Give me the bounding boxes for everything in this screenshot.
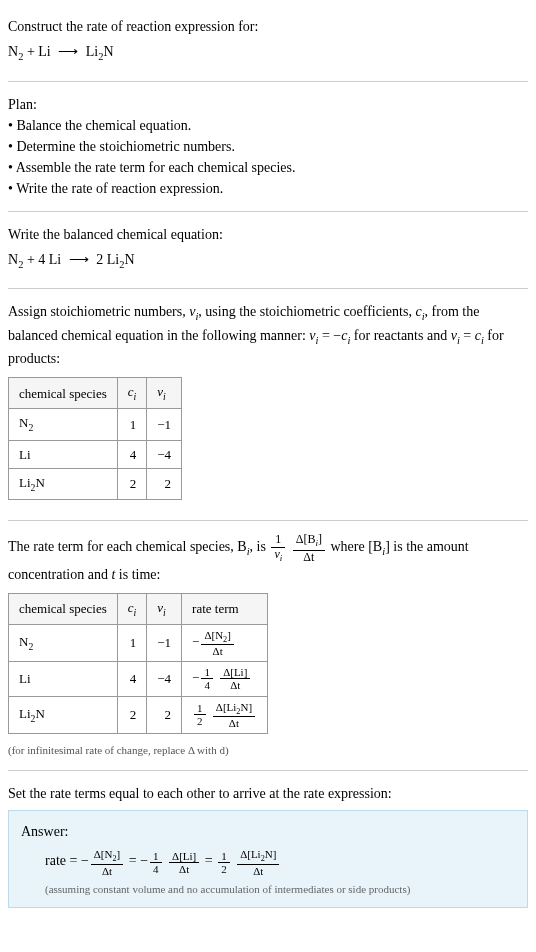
neg: − <box>192 634 199 649</box>
frac-one-fourth: 14 <box>150 850 162 875</box>
table-row: N2 1 −1 −Δ[N2]Δt <box>9 625 268 662</box>
divider <box>8 288 528 289</box>
divider <box>8 520 528 521</box>
frac-bot: νi <box>271 548 285 564</box>
reactant-n2-n: N <box>8 44 18 59</box>
c: N] <box>265 848 277 860</box>
dbi-c: ] <box>318 532 322 546</box>
answer-label: Answer: <box>21 821 515 842</box>
cell-nui: −1 <box>147 625 182 662</box>
bal-n2-n: N <box>8 252 18 267</box>
frac-bot: Δt <box>201 645 233 657</box>
balanced-section: Write the balanced chemical equation: N2… <box>8 216 528 285</box>
cell-nui: −4 <box>147 440 182 469</box>
top: Δ[Li] <box>220 666 250 679</box>
th-nui: νi <box>147 378 182 409</box>
plan-item-1: • Balance the chemical equation. <box>8 115 528 136</box>
plan-title: Plan: <box>8 94 528 115</box>
li2n-li: Li <box>19 475 31 490</box>
assign-text: Assign stoichiometric numbers, νi, using… <box>8 301 528 369</box>
cell-rate-term: 12 Δ[Li2N]Δt <box>182 696 268 733</box>
set-equal-text: Set the rate terms equal to each other t… <box>8 783 528 804</box>
frac-top: 1 <box>271 533 285 547</box>
assign-p2: , using the stoichiometric coefficients, <box>198 304 415 319</box>
bot: Δt <box>169 863 199 875</box>
cell-species: Li2N <box>9 696 118 733</box>
th-rate-term: rate term <box>182 593 268 624</box>
bot: Δt <box>213 717 255 729</box>
nu-sub: i <box>163 606 166 617</box>
bot: Δt <box>237 865 279 877</box>
unbalanced-equation: N2 + Li ⟶ Li2N <box>8 41 528 65</box>
assign-p4: for reactants and <box>350 328 450 343</box>
dbi-a: Δ[B <box>296 532 316 546</box>
c: ] <box>227 629 231 641</box>
cell-rate-term: −Δ[N2]Δt <box>182 625 268 662</box>
table-row: Li 4 −4 <box>9 440 182 469</box>
cell-species: N2 <box>9 409 118 440</box>
rt-p3: where [B <box>327 540 382 555</box>
plan-item-2: • Determine the stoichiometric numbers. <box>8 136 528 157</box>
stoichiometry-table: chemical species ci νi N2 1 −1 Li 4 −4 L… <box>8 377 182 500</box>
eq2: = <box>201 854 216 869</box>
top: 1 <box>194 702 206 715</box>
eq2-eq: = <box>460 328 475 343</box>
bot: 2 <box>194 715 206 727</box>
balanced-equation: N2 + 4 Li ⟶ 2 Li2N <box>8 249 528 273</box>
table-row: N2 1 −1 <box>9 409 182 440</box>
rateterm-section: The rate term for each chemical species,… <box>8 525 528 766</box>
frac-one-over-nu: 1νi <box>271 533 285 563</box>
cell-species: Li <box>9 440 118 469</box>
cell-ci: 4 <box>117 662 147 696</box>
th-ci: ci <box>117 378 147 409</box>
nu-i: i <box>280 553 283 563</box>
cell-species: N2 <box>9 625 118 662</box>
th-species: chemical species <box>9 378 118 409</box>
n2-sub: 2 <box>28 422 33 433</box>
frac-dli2n-dt: Δ[Li2N]Δt <box>237 848 279 876</box>
reaction-arrow-icon: ⟶ <box>69 252 89 267</box>
frac-bot: Δt <box>293 551 325 564</box>
balanced-title: Write the balanced chemical equation: <box>8 224 528 245</box>
bal-li2n-n: N <box>124 252 134 267</box>
n2-sub: 2 <box>28 641 33 652</box>
rt-p2: , is <box>250 540 270 555</box>
ci-sub: i <box>134 391 137 402</box>
frac-one-half: 12 <box>218 850 230 875</box>
cell-species: Li <box>9 662 118 696</box>
product-li2n-li: Li <box>82 44 98 59</box>
reaction-arrow-icon: ⟶ <box>58 44 78 59</box>
table-row: Li2N 2 2 <box>9 469 182 500</box>
nu-sub: i <box>163 391 166 402</box>
assign-p1: Assign stoichiometric numbers, <box>8 304 189 319</box>
frac-dn2-dt: Δ[N2]Δt <box>91 848 123 876</box>
c: N] <box>240 701 252 713</box>
top: Δ[N2] <box>91 848 123 864</box>
plan-section: Plan: • Balance the chemical equation. •… <box>8 86 528 207</box>
bot: 2 <box>218 863 230 875</box>
bal-plus-li: + 4 Li <box>23 252 64 267</box>
table-header-row: chemical species ci νi <box>9 378 182 409</box>
rt-p1: The rate term for each chemical species,… <box>8 540 247 555</box>
frac-dli2n-dt: Δ[Li2N]Δt <box>213 701 255 729</box>
n: N <box>35 706 44 721</box>
frac-top: Δ[N2] <box>201 629 233 645</box>
top: 1 <box>150 850 162 863</box>
cell-species: Li2N <box>9 469 118 500</box>
th-nui: νi <box>147 593 182 624</box>
bal-li2n-pre: 2 Li <box>93 252 119 267</box>
neg: − <box>192 670 199 685</box>
cell-nui: −4 <box>147 662 182 696</box>
eq1: = − <box>125 854 148 869</box>
rate-eq-start: rate = − <box>45 854 89 869</box>
infinitesimal-note: (for infinitesimal rate of change, repla… <box>8 742 528 759</box>
plan-item-4: • Write the rate of reaction expression. <box>8 178 528 199</box>
table-row: Li2N 2 2 12 Δ[Li2N]Δt <box>9 696 268 733</box>
cell-nui: −1 <box>147 409 182 440</box>
assign-section: Assign stoichiometric numbers, νi, using… <box>8 293 528 516</box>
bot: Δt <box>220 679 250 691</box>
cell-ci: 1 <box>117 625 147 662</box>
plan-item-3: • Assemble the rate term for each chemic… <box>8 157 528 178</box>
cell-nui: 2 <box>147 696 182 733</box>
rt-p5: is time: <box>115 567 160 582</box>
